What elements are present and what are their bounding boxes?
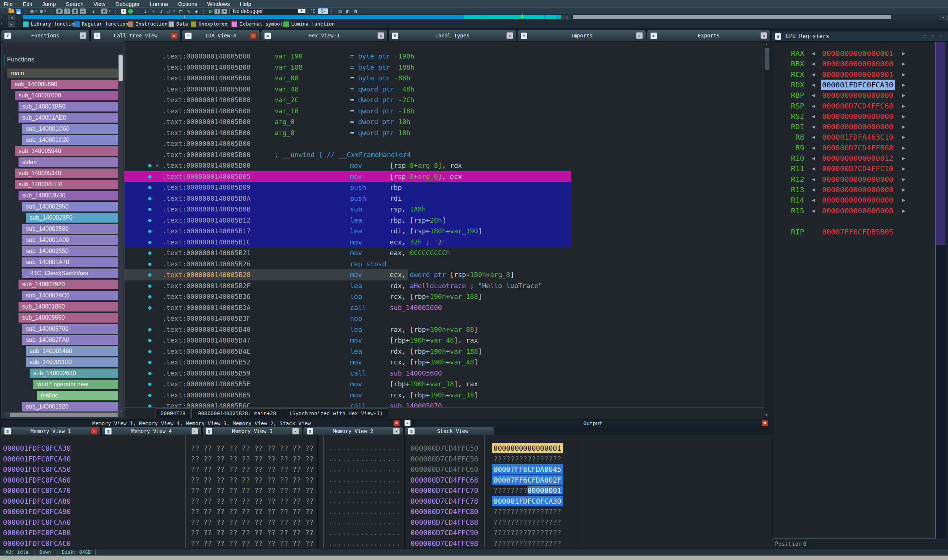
register-row-r9[interactable]: R9◀000000D7CD4FFB68▶ [773, 143, 935, 153]
breakpoint-dot-icon[interactable] [148, 285, 151, 288]
register-prev-icon[interactable]: ◀ [812, 206, 815, 216]
navband-segment-0[interactable] [23, 15, 464, 19]
function-row[interactable]: ∨void * operator new [2, 380, 124, 390]
menu-item-search[interactable]: Search [66, 1, 84, 7]
breakpoint-dot-icon[interactable] [148, 208, 151, 211]
disasm-line[interactable]: .text:0000000140005B00arg_8= qword ptr 1… [125, 128, 771, 138]
register-value[interactable]: 0000000000000001 [822, 48, 894, 58]
breakpoint-dot-icon[interactable] [148, 383, 151, 386]
stack-row[interactable]: 000000D7CD4FFC78000001FDFC0FCA30 [405, 496, 771, 506]
register-row-rsi[interactable]: RSI◀0000000000000000▶ [773, 111, 935, 122]
register-next-icon[interactable]: ▶ [902, 122, 905, 132]
register-value[interactable]: 0000000000000000 [822, 111, 894, 122]
breakpoint-dot-icon[interactable] [148, 186, 151, 189]
stack-row[interactable]: 000000D7CD4FFC58???????????????? [405, 454, 771, 464]
function-row[interactable]: ∨sub_140005550 [2, 313, 124, 323]
memory-row[interactable]: 000001FDFC0FCA80?? ?? ?? ?? ?? ?? ?? ?? … [0, 496, 317, 506]
function-row[interactable]: ∨sub_140005940 [2, 146, 124, 156]
memory-ascii-row[interactable]: ................ [329, 454, 401, 464]
memory-ascii-row[interactable]: ................ [329, 485, 401, 495]
function-label[interactable]: sub_1400028F0 [26, 213, 123, 223]
stack-value[interactable]: 0000000000000001 [492, 443, 563, 453]
tree-expand-icon[interactable]: ∨ [14, 115, 17, 120]
function-label[interactable]: void * operator new [33, 380, 123, 389]
register-row-r12[interactable]: R12◀0000000000000000▶ [773, 174, 935, 185]
function-label[interactable]: sub_140003550 [22, 246, 123, 256]
dropdown-icon[interactable]: ▼ [172, 10, 175, 13]
function-row[interactable]: ∨sub_1400035B0 [2, 191, 124, 201]
tab-memory-view-4[interactable]: ≡Memory View 4✕ [102, 427, 202, 435]
function-label[interactable]: malloc [37, 391, 123, 400]
function-row[interactable]: sub_1400028F0 [2, 213, 124, 223]
stack-row[interactable]: 000000D7CD4FFC90???????????????? [405, 528, 771, 538]
disasm-line[interactable]: .text:0000000140005B17leardi, [rsp+1B0h+… [125, 226, 571, 237]
register-value[interactable]: 0000000000000000 [822, 122, 894, 132]
function-label[interactable]: sub_140001100 [26, 357, 123, 367]
jump-pin-icon[interactable] [30, 9, 34, 14]
register-prev-icon[interactable]: ◀ [812, 185, 815, 195]
register-prev-icon[interactable]: ◀ [812, 163, 815, 174]
menu-item-view[interactable]: View [93, 1, 105, 7]
memory-ascii-row[interactable]: ................ [329, 496, 401, 506]
registers-scroll-thumb[interactable] [936, 42, 945, 245]
breakpoint-dot-icon[interactable] [148, 372, 151, 375]
breakpoint-dot-icon[interactable] [148, 350, 151, 353]
breakpoint-dot-icon[interactable] [148, 164, 151, 168]
navband-segment-9[interactable] [573, 15, 891, 19]
stack-value[interactable]: ???????????????? [494, 517, 561, 528]
register-value[interactable]: 000001FDFC0FCA30 [821, 80, 895, 90]
window-icon[interactable]: □ [178, 9, 184, 14]
save-icon[interactable] [16, 9, 21, 14]
register-next-icon[interactable]: ▶ [902, 143, 905, 153]
register-value[interactable]: 000000D7CD4FFB68 [822, 143, 894, 153]
disasm-line[interactable]: .text:0000000140005B12learbp, [rsp+20h] [125, 215, 571, 226]
function-label[interactable]: sub_140005940 [15, 146, 123, 156]
stack-value[interactable]: ????????00000001 [494, 485, 563, 495]
run-until-return-icon[interactable]: ↺ [158, 9, 164, 14]
tree-expand-icon[interactable]: ∨ [14, 282, 17, 287]
register-next-icon[interactable]: ▶ [902, 48, 905, 58]
tab-memory-view-1[interactable]: ≡Memory View 1✕ [1, 427, 101, 435]
disasm-line[interactable]: .text:0000000140005B26rep stosd [125, 258, 771, 270]
stack-value[interactable]: 00007FF6CFDA002F [492, 475, 563, 485]
function-row[interactable]: sub_140001B50 [2, 102, 124, 112]
disasm-line[interactable]: .text:0000000140005B00var_190= byte ptr … [125, 51, 771, 62]
function-label[interactable]: strlen [18, 157, 123, 167]
function-row[interactable]: ∨main [2, 69, 124, 78]
function-label[interactable]: sub_140002920 [18, 280, 123, 289]
disasm-line[interactable]: .text:0000000140005B00var_88= byte ptr -… [125, 72, 771, 84]
function-row[interactable]: ∨sub_140001000 [2, 91, 124, 101]
memory-ascii-row[interactable]: ................ [329, 517, 401, 528]
memory-row[interactable]: 000001FDFC0FCA30?? ?? ?? ?? ?? ?? ?? ?? … [0, 443, 317, 453]
function-label[interactable]: sub_140001A70 [22, 257, 123, 267]
memory-row[interactable]: 000001FDFC0FCAA0?? ?? ?? ?? ?? ?? ?? ?? … [0, 517, 317, 528]
tree-expand-icon[interactable]: ∨ [10, 149, 13, 153]
tree-expand-icon[interactable]: ∨ [14, 193, 17, 198]
register-prev-icon[interactable]: ◀ [812, 195, 815, 205]
disasm-line[interactable]: .text:0000000140005B21moveax, 0CCCCCCCCh [125, 248, 771, 258]
function-label[interactable]: sub_140001A00 [22, 235, 123, 245]
stack-row[interactable]: 000000D7CD4FFC98???????????????? [405, 538, 771, 549]
disasm-line[interactable]: .text:0000000140005B3Fnop [125, 313, 771, 324]
disasm-line[interactable]: .text:0000000140005B0Apushrdi [125, 193, 571, 204]
register-prev-icon[interactable]: ◀ [812, 132, 815, 142]
memory-row[interactable]: 000001FDFC0FCA50?? ?? ?? ?? ?? ?? ?? ?? … [0, 464, 317, 474]
functions-hscroll-thumb[interactable] [10, 412, 118, 417]
functions-vertical-scrollbar[interactable] [118, 53, 123, 411]
stack-value[interactable]: ???????????????? [494, 538, 561, 549]
disasm-scroll-thumb[interactable] [765, 48, 769, 70]
tree-expand-icon[interactable]: ∨ [29, 382, 31, 387]
breakpoint-dot-icon[interactable] [148, 251, 151, 255]
navband-right-dropdown[interactable]: ▼ [939, 15, 948, 20]
tab-close-icon[interactable]: ✕ [393, 428, 400, 434]
step-into-icon[interactable]: ↓ [142, 9, 149, 14]
register-prev-icon[interactable]: ◀ [812, 58, 815, 69]
function-row[interactable]: ∨sub_140002950 [2, 202, 124, 212]
function-row[interactable]: ∨sub_140005690 [2, 80, 124, 90]
function-row[interactable]: ∨sub_140002920 [2, 280, 124, 290]
register-next-icon[interactable]: ▶ [902, 185, 905, 195]
register-value[interactable]: 0000000000000000 [822, 174, 894, 185]
breakpoint-dot-icon[interactable] [148, 219, 151, 222]
breakpoint-dot-icon[interactable] [148, 295, 151, 298]
register-next-icon[interactable]: ▶ [902, 111, 905, 122]
